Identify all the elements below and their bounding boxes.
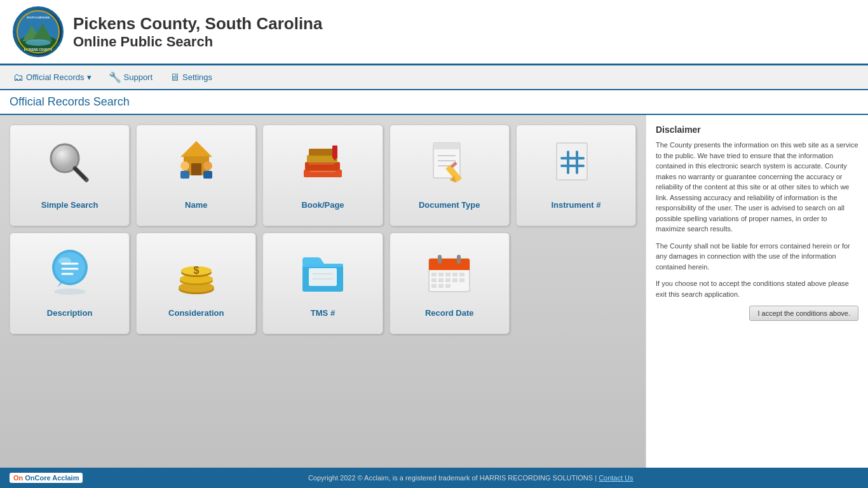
dollar-coins-icon: $ — [171, 246, 222, 297]
svg-rect-75 — [431, 284, 437, 288]
svg-rect-76 — [438, 284, 444, 288]
svg-rect-69 — [459, 273, 465, 276]
support-icon: 🔧 — [109, 71, 121, 83]
footer-contact-link[interactable]: Contact Us — [599, 474, 633, 482]
record-date-icon-area — [417, 240, 481, 303]
search-card-simple-search[interactable]: Simple Search — [10, 125, 130, 226]
svg-rect-25 — [332, 146, 337, 158]
svg-rect-57 — [309, 268, 337, 286]
footer-on-icon: On — [13, 474, 23, 482]
disclaimer-para-3: If you choose not to accept the conditio… — [656, 278, 858, 299]
search-card-record-date[interactable]: Record Date — [390, 233, 510, 334]
name-icon-area — [165, 132, 228, 195]
disclaimer-para-1: The County presents the information on t… — [656, 140, 858, 234]
magnifier-icon — [44, 138, 95, 189]
pencil-doc-icon — [424, 138, 475, 189]
search-card-description[interactable]: Description — [10, 233, 130, 334]
navbar: 🗂 Official Records ▾ 🔧 Support 🖥 Setting… — [0, 65, 868, 90]
header-text: Pickens County, South Carolina Online Pu… — [73, 14, 322, 50]
description-label: Description — [47, 308, 93, 318]
footer-copyright: Copyright 2022 © Acclaim, is a registere… — [83, 474, 858, 482]
search-card-tms-num[interactable]: TMS # — [262, 233, 383, 334]
footer-brand: On OnCore Acclaim — [10, 473, 83, 483]
svg-rect-22 — [309, 149, 334, 156]
svg-text:$: $ — [193, 265, 199, 276]
svg-line-11 — [75, 168, 85, 179]
svg-rect-63 — [438, 255, 442, 264]
svg-rect-71 — [438, 278, 444, 282]
page-title: Official Records Search — [10, 95, 858, 109]
book-page-label: Book/Page — [301, 200, 344, 210]
svg-rect-72 — [445, 278, 451, 282]
svg-point-4 — [25, 39, 51, 46]
settings-icon: 🖥 — [170, 72, 180, 83]
svg-point-15 — [180, 161, 189, 170]
instrument-num-icon-area — [544, 132, 607, 195]
header: PICKENS COUNTY SOUTH CAROLINA Pickens Co… — [0, 0, 868, 65]
search-grid-row1: Simple Search — [10, 125, 636, 226]
svg-point-40 — [54, 288, 86, 295]
svg-point-42 — [55, 252, 85, 283]
disclaimer-para-2: The County shall not be liable for error… — [656, 241, 858, 273]
svg-rect-19 — [304, 170, 342, 177]
tms-num-icon-area — [291, 240, 355, 303]
svg-rect-73 — [452, 278, 458, 282]
folder-icon — [297, 246, 348, 297]
svg-rect-70 — [431, 278, 437, 282]
disclaimer-panel: Disclaimer The County presents the infor… — [646, 115, 868, 468]
simple-search-icon-area — [38, 132, 102, 195]
svg-rect-28 — [433, 143, 460, 149]
consideration-icon-area: $ — [165, 240, 228, 303]
search-grid-row2: Description — [10, 233, 636, 334]
page-title-bar: Official Records Search — [0, 90, 868, 115]
disclaimer-title: Disclaimer — [656, 125, 858, 135]
footer-core-acclaim-label: OnCore Acclaim — [25, 474, 79, 482]
svg-rect-67 — [445, 273, 451, 276]
svg-rect-68 — [452, 273, 458, 276]
description-icon-area — [38, 240, 102, 303]
document-type-label: Document Type — [419, 200, 480, 210]
consideration-label: Consideration — [168, 308, 224, 318]
search-area: Simple Search — [0, 115, 646, 468]
svg-rect-56 — [302, 264, 343, 267]
nav-support[interactable]: 🔧 Support — [102, 68, 160, 86]
nav-official-records-label: Official Records — [26, 72, 85, 82]
nav-settings[interactable]: 🖥 Settings — [163, 69, 219, 86]
search-card-instrument-num[interactable]: Instrument # — [516, 125, 636, 226]
calendar-icon — [424, 246, 475, 297]
header-title-line1: Pickens County, South Carolina — [73, 14, 322, 34]
svg-rect-18 — [203, 171, 212, 179]
svg-rect-77 — [445, 284, 451, 288]
nav-support-label: Support — [124, 72, 153, 82]
official-records-icon: 🗂 — [13, 72, 24, 83]
tms-num-label: TMS # — [311, 308, 335, 318]
search-card-name[interactable]: Name — [136, 125, 256, 226]
nav-settings-label: Settings — [182, 72, 212, 82]
svg-rect-62 — [429, 265, 470, 270]
svg-rect-35 — [557, 143, 587, 180]
name-label: Name — [185, 200, 207, 210]
header-title-line2: Online Public Search — [73, 34, 322, 50]
search-card-document-type[interactable]: Document Type — [390, 125, 510, 226]
search-card-consideration[interactable]: $ Consideration — [136, 233, 256, 334]
svg-rect-14 — [191, 163, 201, 175]
simple-search-label: Simple Search — [41, 200, 98, 210]
nav-official-records[interactable]: 🗂 Official Records ▾ — [6, 69, 98, 86]
county-logo: PICKENS COUNTY SOUTH CAROLINA — [13, 6, 64, 57]
svg-rect-66 — [438, 273, 444, 276]
svg-rect-20 — [305, 162, 340, 170]
footer-copyright-text: Copyright 2022 © Acclaim, is a registere… — [308, 474, 599, 482]
svg-rect-65 — [431, 273, 437, 276]
svg-text:SOUTH CAROLINA: SOUTH CAROLINA — [27, 16, 50, 19]
document-type-icon-area — [417, 132, 481, 195]
svg-rect-16 — [180, 171, 189, 179]
search-card-book-page[interactable]: Book/Page — [262, 125, 383, 226]
svg-point-17 — [203, 161, 212, 170]
dropdown-arrow-icon: ▾ — [87, 72, 92, 82]
house-people-icon — [171, 138, 222, 189]
books-icon — [297, 138, 348, 189]
accept-conditions-button[interactable]: I accept the conditions above. — [749, 306, 858, 321]
svg-rect-74 — [459, 278, 465, 282]
svg-marker-12 — [180, 141, 212, 157]
speech-bubble-icon — [44, 246, 95, 297]
